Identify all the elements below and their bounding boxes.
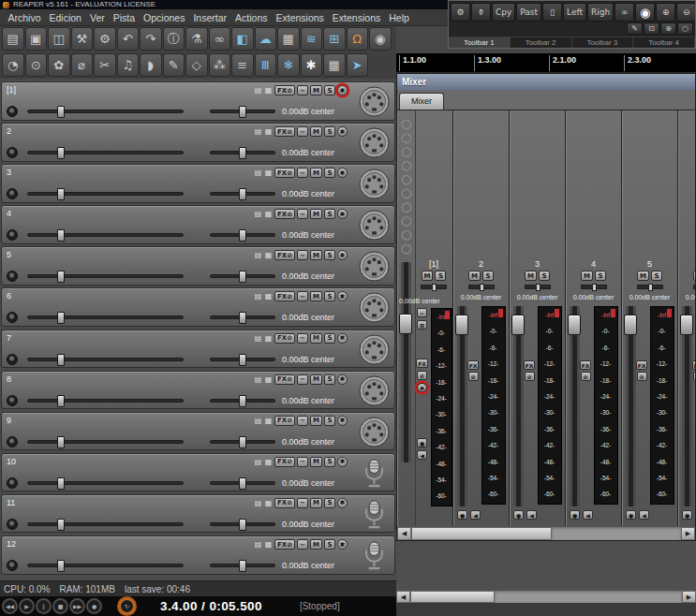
snowflake-icon[interactable]: ❄: [277, 53, 300, 77]
volume-slider-thumb[interactable]: [57, 354, 65, 366]
volume-slider[interactable]: [27, 233, 184, 237]
mixer-titlebar[interactable]: Mixer: [397, 74, 695, 90]
record-arm-button[interactable]: [7, 395, 18, 406]
right-button[interactable]: Righ: [587, 3, 614, 22]
mixer-mute-button[interactable]: M: [525, 271, 537, 281]
solo-button[interactable]: S: [324, 126, 335, 137]
mixer-mute-button[interactable]: M: [693, 271, 695, 281]
marquee-icon[interactable]: ⊡: [644, 22, 659, 35]
track-input-icon[interactable]: [359, 292, 390, 323]
microphone-icon[interactable]: [359, 499, 390, 530]
go-to-start-button[interactable]: ◀◀: [2, 598, 18, 614]
volume-slider-thumb[interactable]: [57, 395, 65, 407]
pan-slider[interactable]: [210, 358, 275, 361]
mute-button[interactable]: M: [310, 374, 322, 385]
volume-slider-thumb[interactable]: [57, 519, 65, 531]
track-input-icon[interactable]: [359, 458, 390, 489]
record-arm-button[interactable]: [7, 188, 18, 199]
record-monitor-button[interactable]: ✱: [337, 498, 348, 508]
mute-button[interactable]: M: [310, 457, 322, 467]
mixer-output-button[interactable]: ●: [682, 510, 692, 520]
menu-archivo[interactable]: Archivo: [4, 9, 45, 26]
record-arm-button[interactable]: [7, 312, 18, 323]
fx-button[interactable]: FX⊘: [274, 209, 295, 219]
volume-slider-thumb[interactable]: [57, 312, 65, 324]
pan-slider-thumb[interactable]: [239, 354, 246, 366]
pan-slider-thumb[interactable]: [239, 271, 246, 283]
folder-icon[interactable]: ▤: [254, 292, 262, 301]
tab-toolbar-4[interactable]: Toolbar 4: [633, 37, 695, 48]
solo-button[interactable]: S: [324, 374, 335, 385]
midi-connector-icon[interactable]: [359, 417, 390, 447]
volume-slider[interactable]: [27, 481, 184, 485]
fx-button[interactable]: FX⊘: [274, 333, 295, 344]
menu-help[interactable]: Help: [385, 9, 414, 26]
volume-slider[interactable]: [27, 192, 184, 196]
fader-thumb[interactable]: [624, 315, 637, 335]
mixer-volume-fader[interactable]: [682, 306, 692, 506]
folder-icon[interactable]: ▤: [254, 86, 262, 95]
envelope-button[interactable]: ~: [297, 291, 308, 301]
track-panel[interactable]: 2 ▤ ▦ FX⊘ ~ M S ✱ 0.00dB center: [1, 123, 395, 162]
scrollbar-track[interactable]: [552, 527, 681, 540]
ruler-time-label[interactable]: 1.3.00: [474, 55, 501, 71]
pan-slider-thumb[interactable]: [239, 147, 246, 159]
envelope-button[interactable]: ~: [297, 250, 308, 260]
midi-connector-icon[interactable]: [359, 292, 390, 323]
envelope-button[interactable]: ~: [297, 168, 308, 178]
volume-slider-thumb[interactable]: [57, 271, 65, 283]
midi-connector-icon[interactable]: [359, 86, 390, 117]
pencil-icon[interactable]: ✎: [627, 22, 643, 35]
wrench-icon[interactable]: ⚒: [71, 27, 94, 51]
pan-slider[interactable]: [210, 481, 275, 485]
project-info-icon[interactable]: ⓘ: [163, 27, 185, 51]
mixer-volume-fader[interactable]: [513, 306, 524, 506]
record-monitor-button[interactable]: ✱: [337, 539, 348, 550]
envelope-button[interactable]: ~: [297, 209, 308, 219]
piano-icon[interactable]: ♫: [117, 53, 140, 77]
solo-button[interactable]: S: [324, 291, 335, 301]
mixer-solo-button[interactable]: S: [435, 271, 446, 281]
mixer-fx-button[interactable]: FX: [636, 360, 648, 370]
pan-slider-thumb[interactable]: [239, 477, 246, 490]
new-project-icon[interactable]: ▤: [2, 27, 24, 51]
pan-slider-thumb[interactable]: [648, 284, 653, 291]
track-input-icon[interactable]: [359, 86, 390, 117]
grid-icon[interactable]: ▦: [264, 86, 273, 95]
go-to-end-button[interactable]: ▶▶: [69, 598, 85, 614]
mute-button[interactable]: M: [310, 333, 322, 344]
mixer-routing-button[interactable]: ⊞: [417, 320, 427, 330]
volume-slider-thumb[interactable]: [57, 560, 65, 572]
record-monitor-button[interactable]: ✱: [337, 291, 348, 301]
track-panel[interactable]: 5 ▤ ▦ FX⊘ ~ M S ✱ 0.00dB center: [1, 246, 395, 286]
mixer-mute-button[interactable]: M: [468, 271, 481, 281]
volume-slider[interactable]: [27, 315, 184, 319]
record-arm-button[interactable]: [7, 560, 18, 571]
pan-slider[interactable]: [210, 192, 275, 196]
solo-button[interactable]: S: [324, 250, 335, 260]
menu-edicion[interactable]: Edicion: [45, 9, 85, 26]
menu-pista[interactable]: Pista: [109, 9, 139, 26]
envelope-wave-icon[interactable]: ≋: [301, 27, 323, 51]
volume-slider[interactable]: [27, 110, 184, 113]
zoom-in-icon[interactable]: ⊕: [656, 3, 675, 22]
trash-icon[interactable]: ⚱: [471, 3, 491, 22]
mixer-phase-button[interactable]: ◀: [417, 450, 427, 460]
pan-slider[interactable]: [210, 110, 275, 113]
mixer-horizontal-scrollbar[interactable]: ◀ ▶: [397, 526, 695, 540]
envelope-button[interactable]: ~: [297, 85, 308, 95]
envelope-button[interactable]: ~: [297, 498, 308, 508]
ruler-time-label[interactable]: 2.3.00: [624, 55, 651, 71]
midi-connector-icon[interactable]: [359, 251, 390, 282]
metronome-icon[interactable]: ◧: [231, 27, 254, 51]
folder-icon[interactable]: ▤: [254, 499, 262, 507]
volume-slider-thumb[interactable]: [57, 229, 65, 242]
mixer-solo-button[interactable]: S: [539, 271, 550, 281]
mixer-fx-button[interactable]: FX: [580, 360, 592, 370]
table-icon[interactable]: ▦: [323, 53, 346, 77]
fx-button[interactable]: FX⊘: [274, 539, 295, 550]
scroll-left-arrow[interactable]: ◀: [397, 527, 411, 540]
mixer-volume-fader[interactable]: [457, 306, 467, 506]
track-panel[interactable]: 12 ▤ ▦ FX⊘ ~ M S ✱ 0.00dB center: [1, 535, 395, 575]
fader-thumb[interactable]: [455, 315, 468, 335]
